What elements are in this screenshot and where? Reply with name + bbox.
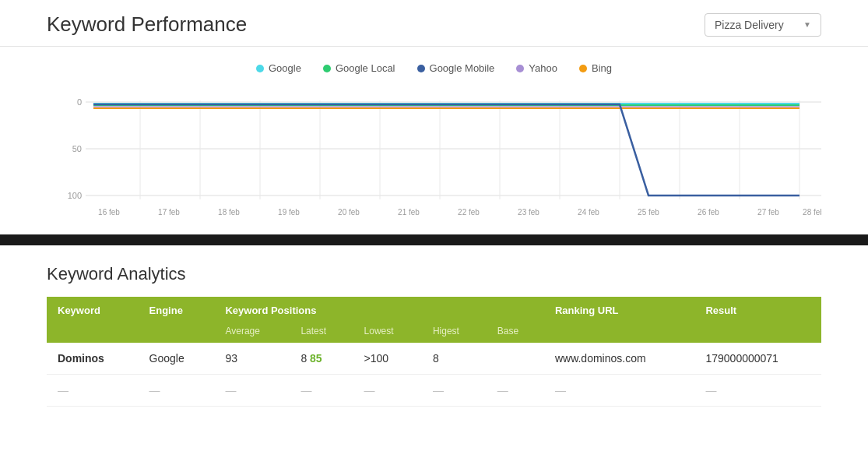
keyword-dropdown[interactable]: Pizza Delivery ▼ [705, 13, 821, 37]
sub-result [694, 324, 821, 343]
analytics-section: Keyword Analytics Keyword Engine Keyword… [0, 245, 868, 407]
keyword-dropdown-wrapper: Pizza Delivery ▼ [705, 13, 821, 37]
result-col-header: Result [694, 297, 821, 324]
table-body: Dominos Google 93 8 85 >100 8 www.domino… [47, 343, 821, 407]
chart-svg: 0 50 100 16 feb 17 feb 18 feb 19 feb 20 … [47, 86, 821, 227]
placeholder-keyword: — [47, 375, 139, 407]
legend-item-google-mobile: Google Mobile [417, 62, 495, 74]
sub-latest: Latest [290, 324, 353, 343]
placeholder-engine: — [139, 375, 215, 407]
svg-text:100: 100 [68, 191, 82, 200]
analytics-table: Keyword Engine Keyword Positions Ranking… [47, 297, 821, 407]
google-mobile-legend-dot [417, 65, 425, 72]
svg-text:20 feb: 20 feb [338, 208, 360, 217]
legend-item-google-local: Google Local [323, 62, 395, 74]
average-cell: 93 [214, 343, 290, 375]
sub-base: Base [487, 324, 544, 343]
dropdown-label: Pizza Delivery [715, 19, 784, 31]
page-header: Keyword Performance Pizza Delivery ▼ [0, 0, 868, 47]
placeholder-base: — [487, 375, 544, 407]
svg-text:17 feb: 17 feb [158, 208, 180, 217]
google-mobile-legend-label: Google Mobile [430, 62, 495, 74]
svg-text:50: 50 [72, 144, 82, 153]
legend-item-google: Google [256, 62, 301, 74]
placeholder-average: — [214, 375, 290, 407]
table-sub-header-row: Average Latest Lowest Higest Base [47, 324, 821, 343]
placeholder-latest: — [290, 375, 353, 407]
placeholder-result: — [694, 375, 821, 407]
keyword-cell: Dominos [47, 343, 139, 375]
engine-cell: Google [139, 343, 215, 375]
sub-engine [139, 324, 215, 343]
table-header-row: Keyword Engine Keyword Positions Ranking… [47, 297, 821, 324]
chevron-down-icon: ▼ [803, 20, 811, 29]
engine-col-header: Engine [139, 297, 215, 324]
result-cell: 179000000071 [694, 343, 821, 375]
higest-cell: 8 [422, 343, 487, 375]
svg-text:22 feb: 22 feb [458, 208, 480, 217]
google-local-legend-label: Google Local [336, 62, 395, 74]
keyword-col-header: Keyword [47, 297, 139, 324]
google-legend-label: Google [269, 62, 301, 74]
legend-item-bing: Bing [579, 62, 612, 74]
svg-text:16 feb: 16 feb [98, 208, 120, 217]
svg-text:19 feb: 19 feb [278, 208, 300, 217]
ranking-url-col-header: Ranking URL [544, 297, 695, 324]
section-divider [0, 234, 868, 245]
yahoo-legend-label: Yahoo [529, 62, 557, 74]
page-title: Keyword Performance [47, 12, 247, 37]
ranking-url-cell: www.dominos.com [544, 343, 695, 375]
svg-text:27 feb: 27 feb [757, 208, 779, 217]
svg-text:24 feb: 24 feb [578, 208, 599, 217]
sub-higest: Higest [422, 324, 487, 343]
bing-legend-dot [579, 65, 587, 72]
google-local-legend-dot [323, 65, 331, 72]
sub-keyword [47, 324, 139, 343]
sub-lowest: Lowest [353, 324, 422, 343]
positions-col-header: Keyword Positions [214, 297, 543, 324]
placeholder-url: — [544, 375, 695, 407]
latest-cell: 8 85 [290, 343, 353, 375]
placeholder-lowest: — [353, 375, 422, 407]
svg-text:26 feb: 26 feb [698, 208, 719, 217]
placeholder-higest: — [422, 375, 487, 407]
yahoo-legend-dot [516, 65, 524, 72]
svg-text:23 feb: 23 feb [518, 208, 539, 217]
table-row: Dominos Google 93 8 85 >100 8 www.domino… [47, 343, 821, 375]
chart-legend: Google Google Local Google Mobile Yahoo … [47, 62, 821, 74]
analytics-title: Keyword Analytics [47, 264, 821, 284]
legend-item-yahoo: Yahoo [516, 62, 557, 74]
base-cell [487, 343, 544, 375]
google-legend-dot [256, 65, 264, 72]
svg-text:0: 0 [77, 97, 82, 107]
latest-highlight: 85 [310, 352, 322, 365]
line-chart: 0 50 100 16 feb 17 feb 18 feb 19 feb 20 … [47, 86, 821, 227]
svg-text:21 feb: 21 feb [398, 208, 420, 217]
svg-text:18 feb: 18 feb [218, 208, 240, 217]
chart-section: Google Google Local Google Mobile Yahoo … [0, 47, 868, 227]
table-row-placeholder: — — — — — — — — — [47, 375, 821, 407]
sub-average: Average [214, 324, 290, 343]
sub-ranking-url [544, 324, 695, 343]
lowest-cell: >100 [353, 343, 422, 375]
bing-legend-label: Bing [592, 62, 612, 74]
latest-value: 8 [300, 352, 307, 365]
svg-text:25 feb: 25 feb [638, 208, 659, 217]
svg-text:28 feb: 28 feb [803, 208, 821, 217]
